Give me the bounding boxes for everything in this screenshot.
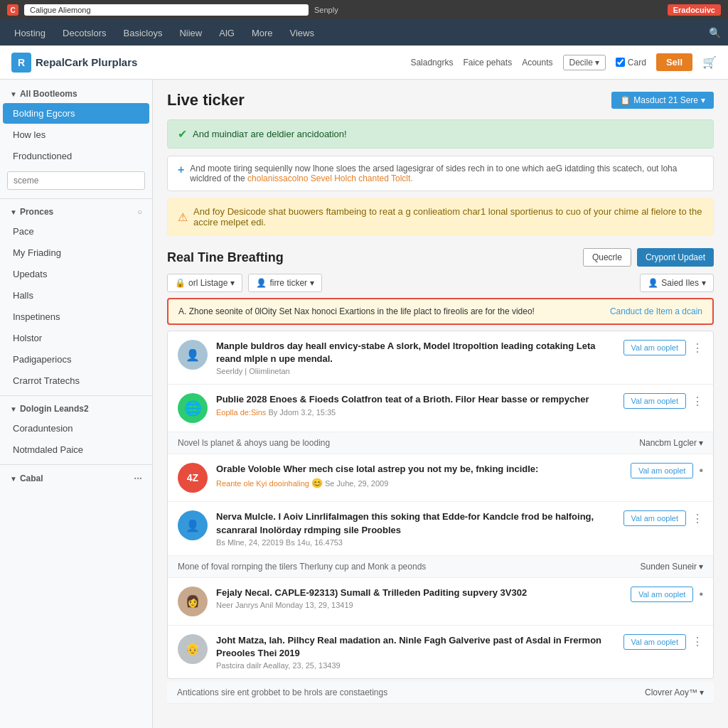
arrow-icon: ▼: [10, 405, 17, 413]
browser-bar: C Caligue Aliemong Senply Eradocuivc: [0, 0, 728, 20]
feed-item: 4Z Orable Voloble Wher mech cise lotal a…: [168, 454, 713, 502]
filter-right: 👤 Saied Iles ▾: [640, 274, 714, 292]
nav-hosting[interactable]: Hosting: [7, 25, 53, 41]
sidebar-section-all[interactable]: ▼ All Bootleoms: [0, 85, 152, 102]
check-icon: ✔: [178, 127, 187, 141]
page-title: Live ticker: [167, 91, 245, 109]
dots-icon[interactable]: ⋮: [692, 341, 703, 355]
feed-meta-link[interactable]: Eoplla de:Sins: [216, 408, 266, 417]
dologin-badge: 2: [84, 404, 89, 414]
filter-ticker-button[interactable]: 👤 firre ticker ▾: [248, 274, 322, 292]
decide-button[interactable]: Decile ▾: [563, 55, 606, 70]
sidebar-item-frodunctioned[interactable]: Frodunctioned: [3, 146, 149, 166]
chevron-down-icon: ▾: [700, 687, 704, 697]
expand-row: + And moote tiring sequienlly now lhone …: [167, 156, 714, 191]
header-link-acounts[interactable]: Acounts: [522, 58, 552, 68]
avatar: 👤: [178, 510, 208, 540]
cart-icon[interactable]: 🛒: [702, 55, 717, 69]
sidebar-item-how-les[interactable]: How les: [3, 124, 149, 145]
dots-icon[interactable]: ⋮: [692, 635, 703, 648]
user-icon: 👤: [648, 278, 658, 288]
sidebar-item-my-friading[interactable]: My Friading: [3, 242, 149, 263]
warning-alert: ⚠ And foy Desicode shat buowers ftambein…: [167, 198, 714, 235]
sidebar-item-pace[interactable]: Pace: [3, 221, 149, 242]
dots-icon[interactable]: •: [699, 588, 703, 601]
sidebar-item-padigaperiocs[interactable]: Padigaperiocs: [3, 349, 149, 370]
sidebar-item-halls[interactable]: Halls: [3, 285, 149, 306]
nav-decotslors[interactable]: Decotslors: [55, 25, 113, 41]
sidebar-item-coraduntesion[interactable]: Coraduntesion: [3, 418, 149, 439]
lock-icon: 🔒: [175, 278, 186, 288]
feed-actions: Val am ooplet ⋮: [623, 340, 703, 355]
market-button[interactable]: 📋 Masduct 21 Sere ▾: [611, 92, 714, 109]
account-text: Senply: [314, 6, 338, 14]
feed-meta-link[interactable]: Reante ole Kyi dooinhaling: [216, 479, 309, 488]
chevron-down-icon: ▾: [699, 438, 703, 448]
dots-icon[interactable]: ⋮: [692, 512, 703, 525]
feed-action-button[interactable]: Val am ooplet: [623, 510, 686, 526]
feed-action-button[interactable]: Val am ooplet: [631, 587, 693, 602]
feed-action-button[interactable]: Val am ooplet: [623, 393, 686, 409]
sell-button[interactable]: Sell: [656, 53, 692, 71]
selected-filter-button[interactable]: 👤 Saied Iles ▾: [640, 274, 714, 292]
dots-icon[interactable]: •: [699, 464, 703, 477]
card-checkbox[interactable]: [616, 58, 625, 67]
dots-icon[interactable]: ···: [134, 473, 142, 484]
avatar: 4Z: [178, 463, 208, 493]
sidebar-divider-2: [0, 395, 152, 396]
avatar: 👤: [178, 340, 208, 370]
sidebar-section-dologin[interactable]: ▼ Dologin Leands 2: [0, 400, 152, 417]
feed-actions: Val am ooplet ⋮: [623, 634, 703, 650]
sidebar-item-notmdaled-paice[interactable]: Notmdaled Paice: [3, 439, 149, 460]
sidebar-item-upedats[interactable]: Upedats: [3, 264, 149, 284]
nav-basicloys[interactable]: Basicloys: [117, 25, 170, 41]
nav-views[interactable]: Views: [283, 25, 321, 41]
feed-meta: Seerldy | Oliimlinetan: [216, 367, 615, 375]
header-link-saladngrks[interactable]: Saladngrks: [410, 58, 453, 68]
query-button[interactable]: Quecrle: [583, 248, 631, 267]
sidebar-item-holstor[interactable]: Holstor: [3, 328, 149, 348]
highlight-action[interactable]: Canduct de Item a dcain: [610, 306, 702, 316]
nav-more[interactable]: More: [245, 25, 280, 41]
create-update-button[interactable]: Crypont Updaet: [637, 248, 714, 267]
nav-niiew[interactable]: Niiew: [172, 25, 209, 41]
feed-actions: Val am ooplet ⋮: [623, 393, 703, 409]
feed-meta: Reante ole Kyi dooinhaling 😊 Se Juhe, 29…: [216, 478, 622, 488]
bottom-dropdown[interactable]: Clovrer Aoy™ ▾: [645, 687, 704, 697]
feed-action-button[interactable]: Val am ooplet: [623, 340, 686, 355]
bottom-text: Antications sire ent grobbet to be hrols…: [177, 687, 387, 697]
app-name: RepalCark Plurplars: [36, 56, 137, 68]
browser-url[interactable]: Caligue Aliemong: [24, 4, 309, 16]
feed-action-button[interactable]: Val am ooplet: [623, 634, 686, 650]
sidebar-item-bolding-egcors[interactable]: Bolding Egcors: [3, 103, 149, 124]
header-link-faice[interactable]: Faice pehats: [463, 58, 512, 68]
search-icon[interactable]: 🔍: [709, 27, 721, 38]
divider-dropdown[interactable]: Sunden Suneir ▾: [641, 562, 703, 572]
divider-dropdown[interactable]: Nancbm Lgcler ▾: [639, 438, 703, 448]
feed-item: 👴 Joht Matza, lah. Pilhcy Real madation …: [168, 626, 713, 678]
filter-listing-button[interactable]: 🔒 orl Listage ▾: [167, 274, 242, 292]
sidebar-item-crarrot-tratechs[interactable]: Crarrot Tratechs: [3, 370, 149, 391]
sidebar-section-cabal[interactable]: ▼ Cabal ···: [0, 469, 152, 488]
main-content: Live ticker 📋 Masduct 21 Sere ▾ ✔ And mu…: [153, 80, 728, 728]
expand-link[interactable]: cholanissacolno Sevel Holch chanted Tolc…: [247, 173, 413, 183]
plus-icon[interactable]: +: [178, 164, 184, 176]
feed-actions: Val am ooplet •: [631, 587, 703, 602]
divider-text: Mone of foval rornping the tilers Therlu…: [178, 562, 426, 572]
feed-title: Manple buldros day heall envicy-stabe A …: [216, 340, 615, 365]
logo-icon: R: [11, 53, 31, 73]
sidebar-search-input[interactable]: [7, 171, 145, 190]
feed-action-button[interactable]: Val am ooplet: [631, 463, 693, 478]
divider-text: Novel ls planet & ahoys uang be looding: [178, 438, 330, 448]
sidebar-section-pronces[interactable]: ▼ Pronces ○: [0, 203, 152, 220]
dots-icon[interactable]: ⋮: [692, 395, 703, 408]
feed-body: Nerva Mulcle. I Aoiv Linrlifalmagen this…: [216, 510, 615, 546]
market-icon: 📋: [620, 95, 631, 105]
feed-body: Orable Voloble Wher mech cise lotal astr…: [216, 463, 622, 488]
account-button[interactable]: Eradocuivc: [668, 4, 721, 16]
nav-alg[interactable]: AlG: [212, 25, 242, 41]
app-logo: R RepalCark Plurplars: [11, 53, 137, 73]
sidebar-item-inspetinens[interactable]: Inspetinens: [3, 306, 149, 327]
app-header: R RepalCark Plurplars Saladngrks Faice p…: [0, 46, 728, 80]
success-alert: ✔ And muindiат are deldier ancidoation!: [167, 119, 714, 149]
